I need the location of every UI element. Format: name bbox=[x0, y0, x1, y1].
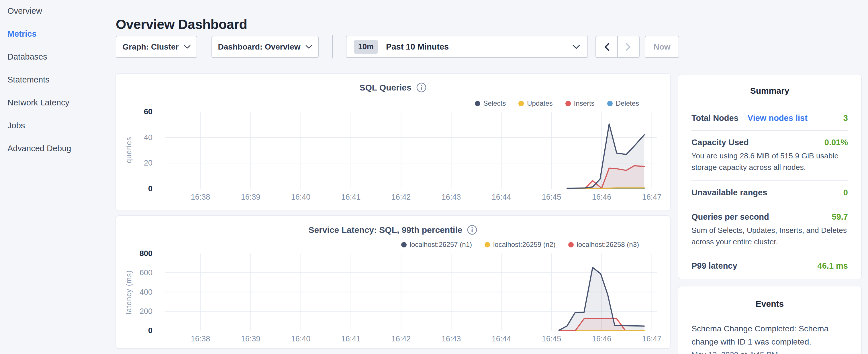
x-tick-label: 16:42 bbox=[392, 334, 411, 343]
summary-row-label: P99 latency bbox=[691, 261, 737, 271]
sidebar-item-statements[interactable]: Statements bbox=[0, 75, 115, 98]
x-tick-label: 16:40 bbox=[291, 193, 311, 201]
time-window-label: Past 10 Minutes bbox=[386, 42, 564, 52]
summary-row-value: 3 bbox=[843, 114, 848, 123]
now-button[interactable]: Now bbox=[645, 36, 679, 58]
legend-dot bbox=[485, 242, 490, 248]
divider bbox=[691, 130, 848, 131]
events-heading: Events bbox=[691, 299, 848, 309]
legend-item[interactable]: Updates bbox=[518, 99, 553, 107]
y-tick-label: 800 bbox=[140, 249, 152, 258]
time-step-back-button[interactable] bbox=[596, 36, 618, 57]
chart-legend: SelectsUpdatesInsertsDeletes bbox=[475, 99, 639, 107]
legend-item[interactable]: Selects bbox=[475, 99, 506, 107]
legend-label: Selects bbox=[484, 99, 506, 107]
sql-queries-chart[interactable]: 16:3816:3916:4016:4116:4216:4316:4416:45… bbox=[116, 74, 670, 211]
dashboard-dropdown[interactable]: Dashboard: Overview bbox=[212, 36, 319, 58]
x-tick-label: 16:42 bbox=[392, 193, 411, 201]
summary-row-subtext: You are using 28.6 MiB of 515.9 GiB usab… bbox=[691, 150, 848, 173]
y-tick-label: 600 bbox=[140, 268, 152, 277]
sidebar-item-advanced-debug[interactable]: Advanced Debug bbox=[0, 144, 115, 167]
chart-title: SQL Queries bbox=[359, 83, 411, 93]
summary-row-value: 46.1 ms bbox=[817, 261, 848, 271]
sql-queries-chart-card: 16:3816:3916:4016:4116:4216:4316:4416:45… bbox=[116, 73, 671, 211]
legend-label: localhost:26259 (n2) bbox=[493, 240, 555, 249]
y-tick-label: 200 bbox=[140, 307, 152, 316]
summary-panel: Summary Total Nodes View nodes list 3 Ca… bbox=[678, 74, 862, 279]
legend-label: localhost:26257 (n1) bbox=[410, 240, 472, 249]
sidebar: Overview Metrics Databases Statements Ne… bbox=[0, 0, 115, 167]
summary-row-queries-per-second: Queries per second 59.7 bbox=[691, 212, 848, 222]
events-panel: Events Schema Change Completed: Schema c… bbox=[678, 286, 862, 354]
x-tick-label: 16:44 bbox=[492, 193, 511, 201]
legend-item[interactable]: Deletes bbox=[607, 99, 639, 107]
y-tick-label: 0 bbox=[148, 326, 152, 335]
summary-row-capacity-used: Capacity Used 0.01% bbox=[691, 138, 848, 147]
sidebar-item-metrics[interactable]: Metrics bbox=[0, 29, 115, 52]
sidebar-item-databases[interactable]: Databases bbox=[0, 52, 115, 75]
legend-dot bbox=[401, 242, 407, 248]
controls-divider bbox=[332, 35, 333, 58]
chevron-left-icon bbox=[604, 43, 609, 51]
legend-label: Updates bbox=[527, 99, 553, 107]
service-latency-chart[interactable]: 16:3816:3916:4016:4116:4216:4316:4416:45… bbox=[116, 216, 670, 348]
legend-dot bbox=[475, 101, 480, 106]
dashboard-dropdown-label: Dashboard: Overview bbox=[218, 42, 301, 52]
x-tick-label: 16:40 bbox=[291, 334, 311, 343]
y-tick-label: 40 bbox=[144, 133, 152, 142]
service-latency-chart-card: 16:3816:3916:4016:4116:4216:4316:4416:45… bbox=[116, 215, 671, 349]
x-tick-label: 16:39 bbox=[241, 334, 260, 343]
time-step-forward-button[interactable] bbox=[618, 36, 639, 57]
chart-title: Service Latency: SQL, 99th percentile bbox=[309, 225, 463, 235]
summary-row-label: Capacity Used bbox=[691, 138, 749, 147]
chart-legend: localhost:26257 (n1)localhost:26259 (n2)… bbox=[401, 240, 639, 249]
time-window-selector[interactable]: 10m Past 10 Minutes bbox=[346, 36, 588, 58]
legend-item[interactable]: Inserts bbox=[565, 99, 595, 107]
graph-dropdown[interactable]: Graph: Cluster bbox=[116, 36, 197, 58]
legend-dot bbox=[518, 101, 524, 106]
y-axis-label: latency (ms) bbox=[123, 253, 134, 331]
x-tick-label: 16:46 bbox=[592, 334, 612, 343]
x-tick-label: 16:38 bbox=[191, 193, 210, 201]
series-area bbox=[567, 124, 645, 189]
legend-item[interactable]: localhost:26258 (n3) bbox=[568, 240, 639, 249]
x-tick-label: 16:46 bbox=[592, 193, 612, 201]
sidebar-item-jobs[interactable]: Jobs bbox=[0, 121, 115, 144]
time-window-badge: 10m bbox=[354, 40, 378, 54]
x-tick-label: 16:45 bbox=[542, 334, 561, 343]
summary-row-p99-latency: P99 latency 46.1 ms bbox=[691, 261, 848, 271]
divider bbox=[691, 254, 848, 254]
x-tick-label: 16:43 bbox=[442, 193, 461, 201]
divider bbox=[691, 181, 848, 181]
info-icon[interactable] bbox=[467, 225, 477, 235]
legend-item[interactable]: localhost:26257 (n1) bbox=[401, 240, 472, 249]
view-nodes-list-link[interactable]: View nodes list bbox=[748, 114, 808, 123]
event-timestamp: May 13, 2020 at 4:45 PM bbox=[691, 351, 848, 354]
x-tick-label: 16:43 bbox=[442, 334, 461, 343]
page-title: Overview Dashboard bbox=[116, 16, 247, 32]
graph-dropdown-label: Graph: Cluster bbox=[122, 42, 179, 52]
legend-dot bbox=[607, 101, 613, 106]
x-tick-label: 16:41 bbox=[341, 334, 361, 343]
x-tick-label: 16:47 bbox=[642, 334, 662, 343]
legend-label: localhost:26258 (n3) bbox=[577, 240, 639, 249]
sidebar-item-network-latency[interactable]: Network Latency bbox=[0, 98, 115, 121]
info-icon[interactable] bbox=[416, 82, 427, 93]
x-tick-label: 16:44 bbox=[492, 334, 511, 343]
summary-row-label: Unavailable ranges bbox=[691, 188, 767, 197]
summary-row-value: 0.01% bbox=[825, 138, 848, 147]
sidebar-item-overview[interactable]: Overview bbox=[0, 6, 115, 29]
summary-row-unavailable-ranges: Unavailable ranges 0 bbox=[691, 188, 848, 197]
summary-row-total-nodes: Total Nodes View nodes list 3 bbox=[691, 114, 848, 123]
y-axis-label: queries bbox=[123, 111, 134, 189]
chevron-down-icon bbox=[184, 45, 191, 49]
y-tick-label: 400 bbox=[140, 288, 152, 296]
summary-row-label: Queries per second bbox=[691, 212, 769, 222]
y-tick-label: 20 bbox=[144, 159, 152, 167]
x-tick-label: 16:39 bbox=[241, 193, 260, 201]
legend-dot bbox=[568, 242, 574, 248]
legend-item[interactable]: localhost:26259 (n2) bbox=[485, 240, 555, 249]
legend-dot bbox=[565, 101, 571, 106]
event-message[interactable]: Schema Change Completed: Schema change w… bbox=[691, 322, 848, 348]
summary-heading: Summary bbox=[691, 86, 848, 96]
